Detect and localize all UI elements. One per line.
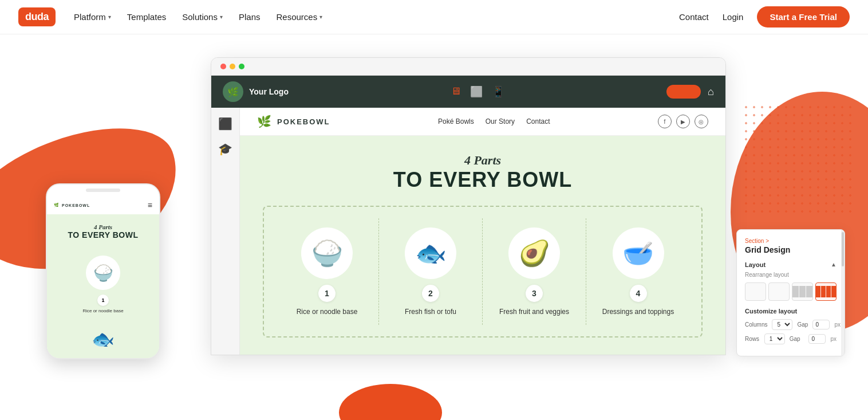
chevron-down-icon: ▾ xyxy=(108,14,111,20)
browser-window: 🌿 Your Logo 🖥 ⬜ 📱 ⌂ ⬛ 🎓 xyxy=(211,57,726,355)
phone-brand: POKEBOWL xyxy=(62,203,90,207)
instagram-icon[interactable]: ◎ xyxy=(695,115,708,128)
phone-notch-bar xyxy=(86,189,120,192)
panel-breadcrumb: Section > xyxy=(745,238,837,244)
phone-bottom-item: 🐟 xyxy=(47,320,159,358)
phone-content: 🌿 POKEBOWL ≡ 4 Parts TO EVERY BOWL 🍚 1 R… xyxy=(47,196,159,358)
bowl-food-image-2: 🐟 xyxy=(405,227,456,279)
phone-logo-icon: 🌿 xyxy=(54,203,60,207)
breadcrumb-arrow-icon: > xyxy=(766,238,769,244)
bowl-item-3: 🥑 3 Fresh fruit and veggies xyxy=(483,218,586,325)
login-button[interactable]: Login xyxy=(723,12,744,22)
duda-logo[interactable]: duda xyxy=(18,7,56,26)
navbar: duda Platform ▾ Templates Solutions ▾ Pl… xyxy=(0,0,868,34)
bowl-number-1: 1 xyxy=(318,285,336,302)
nav-links: Platform ▾ Templates Solutions ▾ Plans R… xyxy=(74,12,322,22)
panel-layouts xyxy=(745,282,837,301)
phone-logo: 🌿 POKEBOWL xyxy=(54,203,90,207)
pokebowl-nav-links: Poké Bowls Our Story Contact xyxy=(438,117,550,125)
nav-solutions[interactable]: Solutions ▾ xyxy=(182,12,223,22)
panel-rearrange-label: Rearrange layout xyxy=(745,272,837,278)
pokebowl-nav-link-1[interactable]: Poké Bowls xyxy=(438,117,474,125)
bowl-label-3: Fresh fruit and veggies xyxy=(499,308,569,316)
nav-platform[interactable]: Platform ▾ xyxy=(74,12,111,22)
browser-titlebar xyxy=(211,58,725,76)
columns-gap-unit: px xyxy=(834,321,841,328)
pokebowl-nav-link-2[interactable]: Our Story xyxy=(486,117,515,125)
phone-bowl-image-1: 🍚 xyxy=(86,256,120,290)
editor-body: ⬛ 🎓 🌿 POKEBOWL Poké Bowls Our Story xyxy=(211,108,725,355)
bowl-food-image-4: 🥣 xyxy=(613,227,664,279)
mobile-device-icon[interactable]: 📱 xyxy=(492,85,504,98)
columns-label: Columns xyxy=(745,321,767,328)
editor-right-bar: ⌂ xyxy=(666,85,714,99)
blob-bottom xyxy=(339,384,442,420)
bowl-item-4: 🥣 4 Dressings and toppings xyxy=(586,218,690,325)
rows-gap-label: Gap xyxy=(790,336,804,342)
bowl-heading-script: 4 Parts xyxy=(263,153,703,168)
pokebowl-logo: 🌿 POKEBOWL xyxy=(257,115,330,128)
pokebowl-brand: POKEBOWL xyxy=(277,117,330,126)
nav-plans[interactable]: Plans xyxy=(239,12,261,22)
browser-chrome: 🌿 Your Logo 🖥 ⬜ 📱 ⌂ ⬛ 🎓 xyxy=(211,57,726,355)
bowl-label-2: Fresh fish or tofu xyxy=(405,308,456,316)
youtube-icon[interactable]: ▶ xyxy=(676,115,690,128)
phone-bowl-label-1: Rice or noodle base xyxy=(54,308,152,313)
layout-option-2x2[interactable] xyxy=(768,282,790,301)
pokebowl-nav-link-3[interactable]: Contact xyxy=(526,117,550,125)
bowl-label-1: Rice or noodle base xyxy=(297,308,358,316)
panel-scrollbar[interactable] xyxy=(841,230,845,356)
phone-nav: 🌿 POKEBOWL ≡ xyxy=(47,196,159,214)
graduation-icon[interactable]: 🎓 xyxy=(218,142,232,156)
phone-mockup: 🌿 POKEBOWL ≡ 4 Parts TO EVERY BOWL 🍚 1 R… xyxy=(46,183,160,359)
phone-bowl-number-1: 1 xyxy=(97,295,109,306)
rows-select[interactable]: 1 2 3 xyxy=(764,333,785,344)
desktop-device-icon[interactable]: 🖥 xyxy=(451,85,461,98)
right-panel: Section > Grid Design Layout ▲ Rearrange… xyxy=(736,229,845,356)
phone-hero-script: 4 Parts xyxy=(54,223,152,230)
columns-gap-label: Gap xyxy=(797,321,808,328)
tablet-device-icon[interactable]: ⬜ xyxy=(470,85,483,98)
browser-dot-red xyxy=(220,64,226,69)
editor-logo-area: 🌿 Your Logo xyxy=(223,81,289,102)
editor-device-icons: 🖥 ⬜ 📱 xyxy=(451,85,504,98)
layout-option-3x1[interactable] xyxy=(792,282,813,301)
editor-sidebar: ⬛ 🎓 xyxy=(211,108,240,355)
pokebowl-nav: 🌿 POKEBOWL Poké Bowls Our Story Contact … xyxy=(240,108,725,136)
columns-gap-input[interactable] xyxy=(812,320,830,329)
site-preview: 🌿 POKEBOWL Poké Bowls Our Story Contact … xyxy=(240,108,725,355)
editor-logo-text: Your Logo xyxy=(249,87,289,96)
bowl-food-image-1: 🍚 xyxy=(301,227,353,279)
columns-select[interactable]: 5 4 3 2 1 xyxy=(772,319,792,330)
panel-rows-row: Rows 1 2 3 Gap px xyxy=(745,333,837,344)
phone-hero: 4 Parts TO EVERY BOWL xyxy=(47,214,159,249)
bowl-section: 4 Parts TO EVERY BOWL 🍚 1 Rice or noodle… xyxy=(240,136,725,355)
layout-option-1x4[interactable] xyxy=(745,282,766,301)
rows-label: Rows xyxy=(745,336,760,342)
blob-right-dots xyxy=(742,103,857,218)
bowl-grid: 🍚 1 Rice or noodle base 🐟 2 Fresh fish o… xyxy=(263,206,703,337)
facebook-icon[interactable]: f xyxy=(658,115,672,128)
bowl-heading-main: TO EVERY BOWL xyxy=(263,168,703,192)
bowl-label-4: Dressings and toppings xyxy=(602,308,674,316)
rows-gap-input[interactable] xyxy=(808,334,826,344)
rows-gap-unit: px xyxy=(830,336,837,342)
home-icon[interactable]: ⌂ xyxy=(708,86,714,98)
start-free-trial-button[interactable]: Start a Free Trial xyxy=(757,6,850,28)
panel-title: Grid Design xyxy=(745,245,837,254)
layers-icon[interactable]: ⬛ xyxy=(218,117,232,131)
nav-templates[interactable]: Templates xyxy=(127,12,166,22)
phone-salmon-image: 🐟 xyxy=(83,325,123,354)
phone-bowl-item-1: 🍚 1 Rice or noodle base xyxy=(47,249,159,320)
hamburger-icon[interactable]: ≡ xyxy=(148,201,152,210)
panel-chevron-icon[interactable]: ▲ xyxy=(831,261,837,268)
bowl-food-image-3: 🥑 xyxy=(508,227,560,279)
editor-orange-button[interactable] xyxy=(666,85,701,99)
contact-button[interactable]: Contact xyxy=(679,12,709,22)
layout-option-4col[interactable] xyxy=(815,282,837,301)
pokebowl-logo-icon: 🌿 xyxy=(257,115,273,128)
nav-resources[interactable]: Resources ▾ xyxy=(276,12,322,22)
panel-layout-label: Layout ▲ xyxy=(745,261,837,268)
bowl-item-1: 🍚 1 Rice or noodle base xyxy=(275,218,379,325)
bowl-number-3: 3 xyxy=(526,285,543,302)
